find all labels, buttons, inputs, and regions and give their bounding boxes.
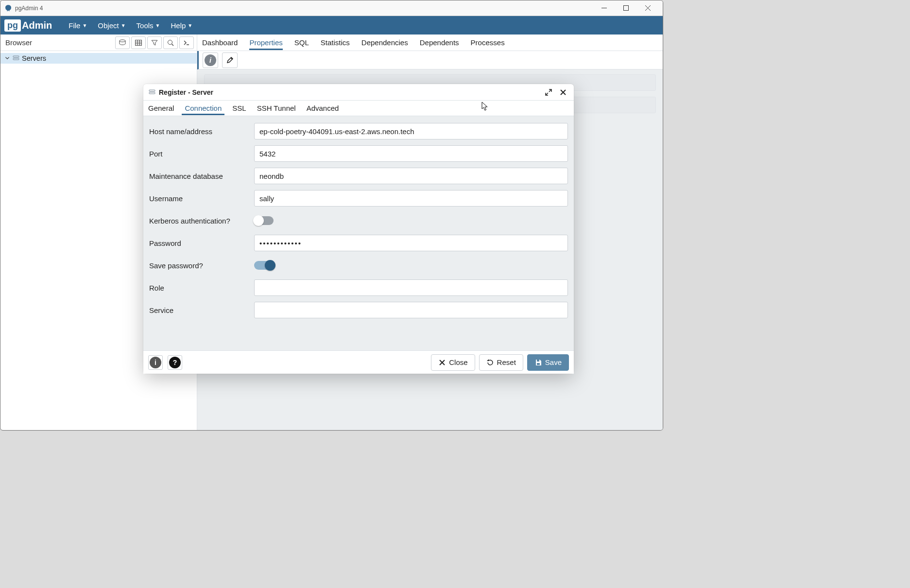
svg-point-1: [120, 39, 125, 41]
maintdb-label: Maintenance database: [149, 172, 254, 180]
svg-rect-6: [149, 90, 155, 91]
filter-button[interactable]: [147, 36, 162, 49]
logo-pg: pg: [4, 19, 21, 32]
tab-statistics[interactable]: Statistics: [321, 35, 350, 50]
port-label: Port: [149, 150, 254, 158]
sql-help-button[interactable]: i: [148, 355, 163, 370]
close-button[interactable]: Close: [431, 354, 475, 371]
chevron-down-icon: ▼: [82, 23, 87, 28]
dialog-tab-general[interactable]: General: [148, 102, 174, 115]
app-window: pgAdmin 4 pg Admin File▼ Object▼ Tools▼ …: [0, 0, 663, 431]
svg-rect-5: [13, 58, 19, 60]
username-label: Username: [149, 194, 254, 203]
dialog-help-button[interactable]: ?: [168, 355, 182, 370]
chevron-down-icon: ▼: [121, 23, 126, 28]
maintdb-input[interactable]: [254, 168, 568, 184]
save-icon: [534, 359, 542, 366]
tree-node-label: Servers: [22, 54, 46, 62]
server-icon: [148, 88, 156, 96]
query-tool-button[interactable]: [115, 36, 130, 49]
kerberos-label: Kerberos authentication?: [149, 217, 254, 225]
service-label: Service: [149, 306, 254, 314]
dialog-expand-button[interactable]: [543, 86, 554, 98]
edit-button[interactable]: [222, 52, 238, 68]
host-label: Host name/address: [149, 127, 254, 136]
reset-icon: [486, 359, 494, 366]
menu-object[interactable]: Object▼: [93, 18, 130, 33]
dialog-close-button[interactable]: [557, 86, 569, 98]
dialog-footer: i ? Close Reset Save: [143, 350, 574, 374]
dialog-titlebar[interactable]: Register - Server: [143, 84, 574, 101]
search-button[interactable]: [163, 36, 178, 49]
view-data-button[interactable]: [131, 36, 146, 49]
tab-dependents[interactable]: Dependents: [420, 35, 459, 50]
tab-dependencies[interactable]: Dependencies: [361, 35, 408, 50]
register-server-dialog: Register - Server General Connection SSL…: [143, 84, 574, 374]
reset-button[interactable]: Reset: [479, 354, 523, 371]
os-titlebar: pgAdmin 4: [0, 0, 663, 16]
svg-point-3: [168, 40, 172, 44]
main-tabs: Dashboard Properties SQL Statistics Depe…: [197, 35, 663, 51]
svg-rect-7: [149, 92, 155, 94]
save-button[interactable]: Save: [527, 354, 569, 371]
savepw-toggle[interactable]: [254, 261, 274, 270]
svg-rect-8: [537, 360, 539, 362]
svg-rect-2: [136, 40, 142, 45]
dialog-tab-connection[interactable]: Connection: [185, 102, 222, 115]
dialog-body: Host name/address Port Maintenance datab…: [143, 116, 574, 350]
window-minimize-button[interactable]: [593, 1, 615, 16]
menu-tools-label: Tools: [137, 21, 154, 30]
close-icon: [438, 359, 446, 366]
server-group-icon: [12, 54, 20, 62]
menu-tools[interactable]: Tools▼: [132, 18, 165, 33]
menu-file-label: File: [69, 21, 80, 30]
object-tree[interactable]: Servers: [0, 51, 197, 66]
dialog-tab-advanced[interactable]: Advanced: [307, 102, 339, 115]
save-button-label: Save: [545, 358, 562, 366]
psql-button[interactable]: [179, 36, 194, 49]
logo-admin: Admin: [22, 20, 52, 31]
kerberos-toggle[interactable]: [254, 216, 274, 225]
username-input[interactable]: [254, 190, 568, 207]
close-button-label: Close: [449, 358, 467, 366]
menu-help[interactable]: Help▼: [166, 18, 198, 33]
reset-button-label: Reset: [497, 358, 516, 366]
role-input[interactable]: [254, 279, 568, 296]
role-label: Role: [149, 284, 254, 292]
dialog-tab-sshtunnel[interactable]: SSH Tunnel: [257, 102, 296, 115]
svg-rect-0: [624, 6, 629, 11]
tab-sql[interactable]: SQL: [294, 35, 309, 50]
dialog-tab-ssl[interactable]: SSL: [232, 102, 246, 115]
password-input[interactable]: [254, 235, 568, 251]
help-icon: ?: [169, 357, 181, 368]
menubar: pg Admin File▼ Object▼ Tools▼ Help▼: [0, 16, 663, 35]
window-maximize-button[interactable]: [615, 1, 637, 16]
menu-file[interactable]: File▼: [64, 18, 92, 33]
service-input[interactable]: [254, 302, 568, 318]
info-icon: i: [150, 357, 161, 368]
browser-title: Browser: [0, 38, 115, 47]
port-input[interactable]: [254, 145, 568, 162]
tree-node-servers[interactable]: Servers: [0, 53, 197, 64]
info-button[interactable]: i: [203, 52, 218, 68]
properties-toolbar: i: [197, 51, 663, 69]
chevron-down-icon: ▼: [188, 23, 192, 28]
svg-rect-4: [13, 56, 19, 57]
password-label: Password: [149, 239, 254, 247]
tree-toggle-icon[interactable]: [4, 55, 10, 61]
elephant-icon: [4, 4, 12, 12]
dialog-tabs: General Connection SSL SSH Tunnel Advanc…: [143, 101, 574, 116]
menu-object-label: Object: [98, 21, 119, 30]
savepw-label: Save password?: [149, 261, 254, 270]
dialog-title: Register - Server: [159, 88, 213, 96]
tab-properties[interactable]: Properties: [249, 35, 282, 50]
os-window-title: pgAdmin 4: [15, 5, 43, 12]
tab-dashboard[interactable]: Dashboard: [202, 35, 238, 50]
svg-rect-9: [537, 363, 540, 365]
menu-help-label: Help: [171, 21, 186, 30]
tab-processes[interactable]: Processes: [471, 35, 505, 50]
chevron-down-icon: ▼: [155, 23, 160, 28]
window-close-button[interactable]: [637, 1, 659, 16]
host-input[interactable]: [254, 123, 568, 139]
